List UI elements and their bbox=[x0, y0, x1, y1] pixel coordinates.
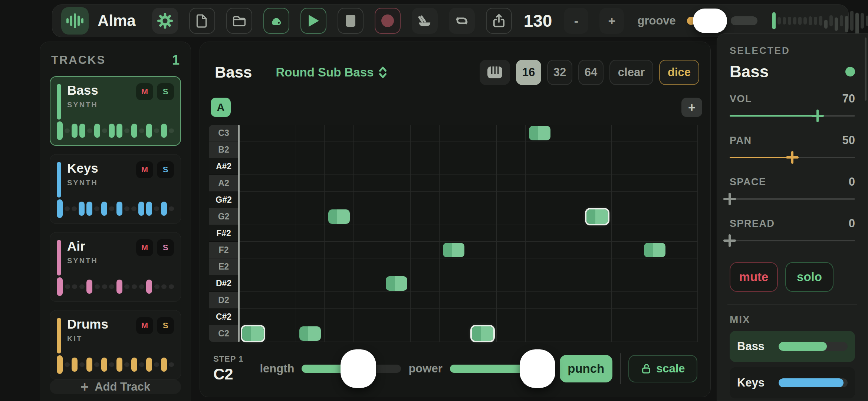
grid-cell[interactable] bbox=[640, 258, 669, 275]
settings-button[interactable] bbox=[152, 8, 178, 34]
grid-cell[interactable] bbox=[526, 309, 554, 325]
loop-button[interactable] bbox=[449, 8, 475, 34]
note-G2-step4[interactable] bbox=[328, 209, 350, 224]
grid-cell[interactable] bbox=[554, 225, 583, 242]
param-slider[interactable] bbox=[730, 192, 855, 206]
grid-cell[interactable] bbox=[612, 192, 640, 208]
note-F2-step8[interactable] bbox=[443, 243, 464, 257]
grid-cell[interactable] bbox=[669, 175, 698, 192]
grid-cell[interactable] bbox=[612, 309, 640, 325]
grid-cell[interactable] bbox=[468, 242, 497, 258]
grid-cell[interactable] bbox=[239, 141, 267, 158]
grid-cell[interactable] bbox=[554, 292, 583, 309]
grid-cell[interactable] bbox=[411, 275, 439, 292]
track-mute-button[interactable]: M bbox=[136, 161, 153, 178]
grid-cell[interactable] bbox=[468, 292, 497, 309]
grid-cell[interactable] bbox=[583, 225, 612, 242]
scrollbar-thumb[interactable] bbox=[865, 38, 867, 101]
grid-cell[interactable] bbox=[583, 258, 612, 275]
grid-cell[interactable] bbox=[526, 158, 554, 175]
grid-cell[interactable] bbox=[583, 141, 612, 158]
grid-cell[interactable] bbox=[267, 309, 296, 325]
grid-cell[interactable] bbox=[239, 242, 267, 258]
grid-cell[interactable] bbox=[411, 258, 439, 275]
grid-cell[interactable] bbox=[239, 158, 267, 175]
grid-cell[interactable] bbox=[354, 292, 382, 309]
grid-cell[interactable] bbox=[440, 125, 468, 141]
grid-cell[interactable] bbox=[497, 325, 525, 342]
grid-cell[interactable] bbox=[267, 292, 296, 309]
track-card-bass[interactable]: Bass SYNTH M S bbox=[50, 76, 181, 146]
grid-cell[interactable] bbox=[411, 309, 439, 325]
add-track-button[interactable]: + Add Track bbox=[50, 380, 181, 394]
track-card-drums[interactable]: Drums KIT M S bbox=[50, 310, 181, 380]
record-button[interactable] bbox=[375, 8, 401, 34]
grid-cell[interactable] bbox=[612, 125, 640, 141]
grid-cell[interactable] bbox=[640, 325, 669, 342]
grid-cell[interactable] bbox=[554, 309, 583, 325]
solo-button[interactable]: solo bbox=[785, 262, 834, 292]
grid-cell[interactable] bbox=[526, 325, 554, 342]
note-D#2-step6[interactable] bbox=[386, 276, 407, 291]
grid-cell[interactable] bbox=[554, 158, 583, 175]
grid-cell[interactable] bbox=[411, 141, 439, 158]
grid-cell[interactable] bbox=[239, 192, 267, 208]
mute-button[interactable]: mute bbox=[730, 262, 778, 292]
grid-cell[interactable] bbox=[526, 141, 554, 158]
grid-cell[interactable] bbox=[239, 258, 267, 275]
note-G2-step13[interactable] bbox=[586, 209, 608, 224]
grid-cell[interactable] bbox=[669, 325, 698, 342]
grid-cell[interactable] bbox=[468, 309, 497, 325]
grid-cell[interactable] bbox=[669, 309, 698, 325]
grid-cell[interactable] bbox=[325, 292, 353, 309]
param-slider-thumb[interactable] bbox=[811, 110, 824, 122]
add-section-button[interactable]: + bbox=[681, 98, 702, 117]
section-a-button[interactable]: A bbox=[211, 98, 231, 117]
grid-cell[interactable] bbox=[440, 309, 468, 325]
grid-cell[interactable] bbox=[669, 141, 698, 158]
grid-cell[interactable] bbox=[354, 141, 382, 158]
grid-cell[interactable] bbox=[583, 292, 612, 309]
grid-cell[interactable] bbox=[497, 242, 525, 258]
grid-cell[interactable] bbox=[468, 175, 497, 192]
scale-button[interactable]: scale bbox=[628, 355, 697, 382]
track-card-air[interactable]: Air SYNTH M S bbox=[50, 232, 181, 302]
grid-cell[interactable] bbox=[640, 175, 669, 192]
grid-cell[interactable] bbox=[497, 225, 525, 242]
grid-cell[interactable] bbox=[612, 275, 640, 292]
grid-cell[interactable] bbox=[526, 208, 554, 225]
track-mute-button[interactable]: M bbox=[136, 83, 153, 100]
grid-cell[interactable] bbox=[382, 225, 411, 242]
note-F2-step15[interactable] bbox=[644, 243, 665, 257]
grid-cell[interactable] bbox=[354, 125, 382, 141]
grid-cell[interactable] bbox=[583, 242, 612, 258]
grid-cell[interactable] bbox=[382, 125, 411, 141]
grid-cell[interactable] bbox=[554, 208, 583, 225]
grid-cell[interactable] bbox=[526, 192, 554, 208]
grid-cell[interactable] bbox=[354, 208, 382, 225]
grid-cell[interactable] bbox=[526, 242, 554, 258]
grid-cell[interactable] bbox=[669, 158, 698, 175]
note-C2-step3[interactable] bbox=[299, 326, 321, 341]
grid-cell[interactable] bbox=[267, 208, 296, 225]
grid-cell[interactable] bbox=[640, 208, 669, 225]
grid-cell[interactable] bbox=[612, 208, 640, 225]
grid-cell[interactable] bbox=[296, 192, 325, 208]
grid-cell[interactable] bbox=[497, 275, 525, 292]
grid-cell[interactable] bbox=[239, 275, 267, 292]
track-solo-button[interactable]: S bbox=[157, 317, 174, 334]
grid-cell[interactable] bbox=[669, 242, 698, 258]
grid-cell[interactable] bbox=[354, 242, 382, 258]
param-slider-thumb[interactable] bbox=[723, 234, 736, 247]
grid-cell[interactable] bbox=[640, 125, 669, 141]
grid-cell[interactable] bbox=[267, 225, 296, 242]
grid-cell[interactable] bbox=[382, 141, 411, 158]
keyboard-toggle-button[interactable] bbox=[480, 60, 510, 85]
grid-cell[interactable] bbox=[354, 158, 382, 175]
grid-cell[interactable] bbox=[382, 158, 411, 175]
track-solo-button[interactable]: S bbox=[157, 239, 174, 256]
grid-cell[interactable] bbox=[440, 275, 468, 292]
grid-cell[interactable] bbox=[526, 225, 554, 242]
grid-cell[interactable] bbox=[296, 158, 325, 175]
grid-cell[interactable] bbox=[669, 125, 698, 141]
